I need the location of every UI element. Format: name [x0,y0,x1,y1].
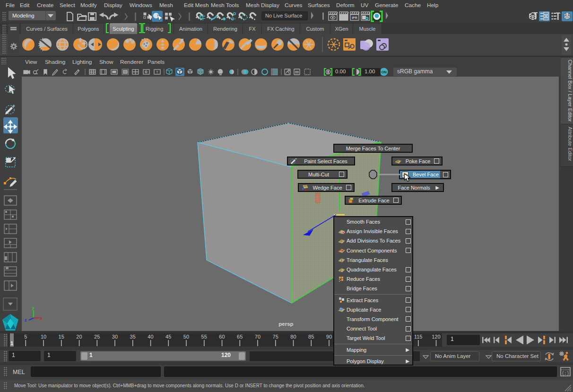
svg-text:75: 75 [273,334,278,340]
svg-text:{;}: {;} [562,371,569,376]
svg-text:40: 40 [148,334,153,340]
svg-text:y: y [32,305,35,310]
svg-text:85: 85 [308,334,314,340]
svg-text:65: 65 [237,334,243,340]
svg-text:1: 1 [10,340,13,346]
svg-text:80: 80 [290,334,296,340]
svg-text:70: 70 [255,334,260,340]
svg-text:35: 35 [130,334,136,340]
svg-text:10: 10 [41,334,46,340]
svg-text:55: 55 [201,334,207,340]
svg-text:45: 45 [165,334,171,340]
svg-text:persp: persp [278,321,293,327]
svg-text:50: 50 [183,334,189,340]
svg-text:5: 5 [24,334,27,340]
svg-text:IPR: IPR [352,16,357,19]
svg-text:115: 115 [414,334,423,340]
svg-text:90: 90 [326,334,332,340]
svg-text:30: 30 [112,334,118,340]
svg-text:T: T [156,70,158,74]
svg-text:x: x [40,315,43,321]
svg-text:25: 25 [94,334,100,340]
svg-text:15: 15 [59,334,64,340]
svg-text:120: 120 [432,334,440,340]
svg-text:20: 20 [76,334,82,340]
svg-text:60: 60 [219,334,225,340]
svg-text:ON: ON [381,70,386,74]
svg-text:z: z [25,317,27,322]
